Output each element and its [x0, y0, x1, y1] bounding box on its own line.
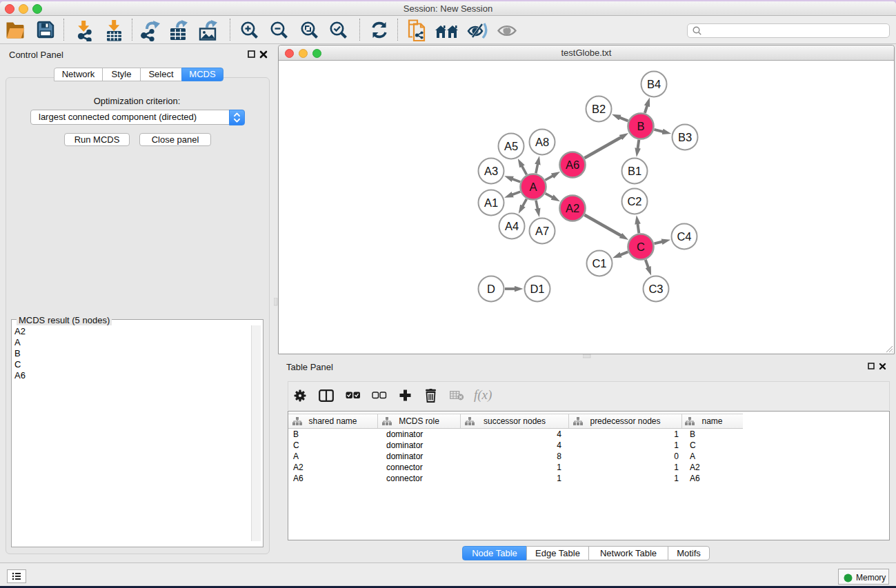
- svg-text:B2: B2: [592, 103, 606, 115]
- svg-text:C: C: [637, 241, 645, 253]
- svg-text:D: D: [487, 283, 495, 295]
- svg-text:B: B: [637, 120, 644, 132]
- svg-text:A2: A2: [566, 202, 579, 214]
- svg-text:A5: A5: [504, 140, 518, 152]
- svg-text:C4: C4: [677, 230, 691, 243]
- svg-text:B1: B1: [628, 165, 641, 177]
- svg-text:A3: A3: [484, 165, 498, 177]
- svg-text:C2: C2: [627, 195, 641, 207]
- svg-text:A4: A4: [505, 220, 519, 232]
- svg-text:C1: C1: [592, 257, 606, 270]
- svg-text:A8: A8: [535, 136, 549, 148]
- svg-text:A1: A1: [484, 196, 498, 209]
- svg-text:A6: A6: [566, 159, 579, 171]
- svg-text:C3: C3: [648, 283, 663, 295]
- svg-text:A: A: [529, 181, 537, 193]
- svg-text:B3: B3: [678, 131, 692, 143]
- svg-text:D1: D1: [530, 283, 544, 295]
- svg-text:A7: A7: [535, 225, 549, 237]
- svg-text:B4: B4: [647, 78, 661, 90]
